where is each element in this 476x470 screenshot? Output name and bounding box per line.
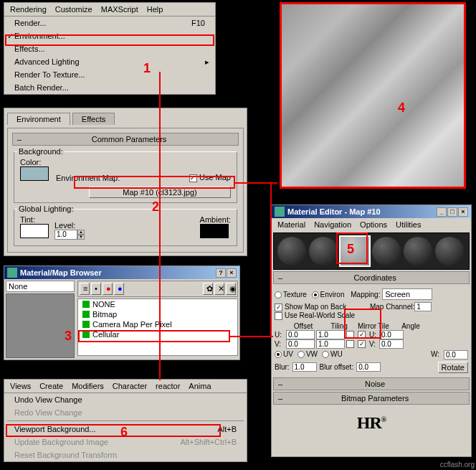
menu-material[interactable]: Material [273,219,310,230]
menu-undo-view[interactable]: Undo View Change [4,393,247,406]
close-button[interactable]: × [458,207,468,217]
label: Common Parameters [92,135,167,144]
menu-item-advlighting[interactable]: Advanced Lighting▸ [4,55,215,68]
min-button[interactable]: _ [437,207,447,217]
level-value[interactable]: 1.0 [54,230,77,240]
none-field[interactable]: None [6,281,75,292]
radio-texture[interactable] [275,291,282,299]
menu-item-environment[interactable]: ✓Environment... [4,29,215,42]
slot-6[interactable] [435,237,464,265]
menu-reactor[interactable]: reactor [151,380,184,392]
tb-x1[interactable]: ✿ [203,283,213,295]
u-mirror[interactable] [346,331,354,339]
realworld-check[interactable] [275,312,282,320]
bluroff-value[interactable]: 0.0 [356,362,381,372]
tint-swatch[interactable] [20,224,49,238]
bmparams-header[interactable]: Bitmap Parameters [273,392,470,405]
environ-label: Environ [320,291,345,299]
u-offset[interactable]: 0.0 [286,330,315,339]
coords-header[interactable]: Coordinates [273,271,470,284]
radio-vw[interactable] [298,351,305,358]
tb-x3[interactable]: ◉ [226,283,236,295]
menu-rendering[interactable]: Rendering [6,4,51,15]
editor-titlebar: Material Editor - Map #10 _□× [272,205,471,218]
menu-reset-bg[interactable]: Reset Background Transform [4,448,247,461]
level-label: Level: [54,221,85,230]
close-button[interactable]: × [227,268,237,278]
tab-environment[interactable]: Environment [7,113,70,125]
v-offset[interactable]: 0.0 [286,339,315,349]
mapchan-value[interactable]: 1 [414,302,432,311]
menu-item-batch[interactable]: Batch Render... [4,81,215,94]
offset-hdr: Offset [286,322,320,330]
noise-header[interactable]: Noise [273,377,470,390]
label: NONE [92,300,115,309]
slot-1[interactable] [277,237,306,265]
menu-item-rendertex[interactable]: Render To Texture... [4,68,215,81]
label: Effects... [14,44,45,53]
menu-help[interactable]: Help [143,4,168,15]
preview-pane [6,293,75,358]
u-tiling[interactable]: 1.0 [316,330,345,339]
angle-hdr: Angle [394,322,428,330]
blur-value[interactable]: 1.0 [292,362,317,372]
rotate-button[interactable]: Rotate [438,362,468,373]
menu-views[interactable]: Views [6,380,35,392]
arrow-icon: ▸ [205,57,209,67]
label: Render To Texture... [14,70,85,79]
menu-anim[interactable]: Anima [184,380,215,392]
slot-2[interactable] [309,237,338,265]
item-cellular[interactable]: Cellular [78,329,237,339]
tb-list[interactable]: ≡ [80,283,90,295]
item-camera[interactable]: Camera Map Per Pixel [78,319,237,329]
level-spinner[interactable]: 1.0▲▼ [54,230,85,240]
w-angle[interactable]: 0.0 [444,350,468,359]
v-angle[interactable]: 0.0 [379,339,404,349]
v-mirror[interactable] [346,340,354,348]
u-label: U: [275,331,285,339]
showback-check[interactable]: ✓ [275,304,282,311]
slot-4[interactable] [372,237,401,265]
item-none[interactable]: NONE [78,299,237,309]
tb-x2[interactable]: ✕ [214,283,224,295]
ambient-swatch[interactable] [200,224,229,238]
u-tile[interactable]: ✓ [358,331,366,339]
menu-item-effects[interactable]: Effects... [4,42,215,55]
menu-maxscript[interactable]: MAXScript [97,4,143,15]
max-button[interactable]: □ [447,207,457,217]
tb-blue[interactable]: ● [114,283,124,295]
tb-dot[interactable]: • [91,283,101,295]
tint-label: Tint: [20,215,49,224]
label: Update Background Image [14,438,108,446]
v-tile[interactable]: ✓ [358,340,366,348]
item-bitmap[interactable]: Bitmap [78,309,237,319]
callout-3: 3 [65,329,72,344]
radio-wu[interactable] [322,351,329,358]
slot-3-active[interactable] [341,237,369,265]
v-ang-label: V: [369,340,378,348]
logo-area: HR® [272,406,471,456]
v-tiling[interactable]: 1.0 [316,339,345,349]
menu-create[interactable]: Create [35,380,67,392]
menu-redo-view[interactable]: Redo View Change [4,406,247,419]
slot-5[interactable] [404,237,432,265]
menu-customize[interactable]: Customize [51,4,97,15]
menu-options[interactable]: Options [356,219,391,230]
menu-item-render[interactable]: Render...F10 [4,17,215,29]
bg-color-swatch[interactable] [20,166,49,181]
u-angle[interactable]: 0.0 [379,330,404,339]
tiling-hdr: Tiling [322,322,356,330]
menu-modifiers[interactable]: Modifiers [67,380,108,392]
radio-environ[interactable] [312,291,319,299]
mapping-select[interactable]: Screen [382,288,432,300]
help-button[interactable]: ? [216,268,226,278]
menu-util[interactable]: Utilities [391,219,425,230]
tb-red[interactable]: ● [103,283,113,295]
menu-character[interactable]: Character [108,380,151,392]
menu-nav[interactable]: Navigation [310,219,356,230]
common-params-header[interactable]: Common Parameters [12,133,239,146]
radio-uv[interactable] [275,351,282,358]
usemap-checkbox[interactable]: ✓ [189,174,197,182]
mirror-hdr: Mirror [358,322,376,330]
tab-effects[interactable]: Effects [72,113,115,125]
